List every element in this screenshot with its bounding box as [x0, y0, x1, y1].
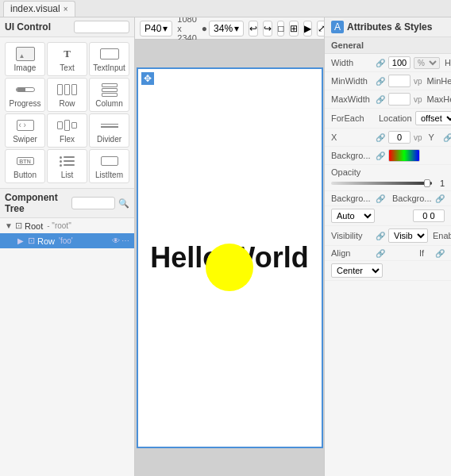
undo-icon: ↩	[249, 23, 257, 34]
if-link-icon[interactable]: 🔗	[435, 249, 445, 258]
opacity-label: Opacity	[331, 167, 445, 177]
grid-button[interactable]: ⊞	[289, 21, 299, 36]
ui-item-row[interactable]: Row	[47, 78, 87, 112]
left-panel: UI Control Image T Text	[0, 17, 135, 476]
tab-close-button[interactable]: ×	[64, 5, 68, 13]
redo-icon: ↪	[264, 23, 272, 34]
row-expand-icon[interactable]: ▶	[17, 236, 25, 245]
width-unit-select[interactable]: %vppx	[414, 57, 440, 69]
ui-item-button[interactable]: BTN Button	[5, 149, 45, 183]
canvas-size: 1080 x 2340	[177, 17, 196, 43]
color-gradient-swatch[interactable]	[388, 149, 420, 162]
foreach-label: ForEach	[331, 113, 372, 123]
backgro3-link-icon[interactable]: 🔗	[435, 194, 445, 203]
ui-item-list[interactable]: List	[47, 149, 87, 183]
ui-control-search[interactable]	[74, 21, 129, 33]
backgro4-input[interactable]	[413, 209, 445, 222]
width-height-row: Width 🔗 %vppx Height 🔗 %vppx	[325, 54, 451, 72]
tree-item-row[interactable]: ▶ ⊡ Row 'foo' 👁 ⋯	[0, 233, 134, 248]
attributes-icon: A	[331, 21, 344, 33]
ui-control-header: UI Control	[0, 17, 134, 37]
x-label: X	[331, 132, 372, 142]
right-panel: A Attributes & Styles General Width 🔗 %v…	[324, 17, 451, 476]
image-shape	[16, 47, 35, 61]
align-select[interactable]: CenterStartEnd	[331, 263, 383, 278]
maxwidth-input[interactable]	[388, 93, 411, 106]
root-expand-icon[interactable]: ▼	[5, 221, 13, 230]
tree-action-more[interactable]: ⋯	[121, 236, 129, 245]
visibility-link-icon[interactable]: 🔗	[376, 232, 385, 240]
grid-icon: ⊞	[290, 23, 298, 34]
component-tree-area: ▼ ⊡ Root - "root" ▶ ⊡ Row 'foo' 👁 ⋯	[0, 218, 134, 476]
width-link-icon[interactable]: 🔗	[376, 59, 385, 67]
minwidth-link-icon[interactable]: 🔗	[376, 77, 385, 86]
visibility-enabled-row: Visibility 🔗 VisibleHidden Enabled 🔗 tru…	[325, 226, 451, 246]
zoom-chevron-icon: ▾	[234, 23, 239, 34]
xy-row: X 🔗 vp Y 🔗 vp	[325, 129, 451, 147]
ui-item-divider[interactable]: Divider	[89, 113, 129, 148]
ui-item-swiper-label: Swiper	[13, 135, 37, 144]
ui-item-listitem[interactable]: ListItem	[89, 149, 129, 183]
x-link-icon[interactable]: 🔗	[376, 133, 385, 142]
component-tree-header: Component Tree 🔍	[0, 189, 134, 218]
ui-item-flex[interactable]: Flex	[47, 113, 87, 148]
tree-item-root[interactable]: ▼ ⊡ Root - "root"	[0, 218, 134, 233]
opacity-slider[interactable]	[331, 182, 432, 185]
main-layout: UI Control Image T Text	[0, 17, 451, 476]
ui-item-button-label: Button	[13, 171, 37, 179]
tab-index-visual[interactable]: index.visual ×	[3, 1, 75, 17]
fullscreen-button[interactable]: ⤢	[317, 21, 324, 36]
ui-item-swiper[interactable]: Swiper	[5, 113, 45, 148]
align-link-icon[interactable]: 🔗	[376, 249, 385, 258]
maxwidth-link-icon[interactable]: 🔗	[376, 95, 385, 104]
redo-button[interactable]: ↪	[263, 21, 272, 36]
maxwidth-label: MaxWidth	[331, 94, 372, 104]
frame-icon: □	[278, 23, 283, 34]
minwidth-minheight-row: MinWidth 🔗 vp MinHeight 🔗 vp	[325, 72, 451, 90]
ui-item-progress[interactable]: Progress	[5, 78, 45, 112]
minheight-label: MinHeight	[427, 76, 451, 86]
location-select[interactable]: offsetfixed	[415, 111, 451, 125]
x-input[interactable]	[388, 131, 411, 144]
preview-icon: ▶	[304, 23, 311, 34]
maxwidth-unit: vp	[414, 95, 422, 104]
tree-root-label: Root	[25, 221, 43, 231]
ui-item-image[interactable]: Image	[5, 42, 45, 76]
divider-icon	[98, 117, 121, 133]
width-input[interactable]	[388, 56, 411, 69]
auto-row: Auto	[325, 206, 451, 226]
tab-label: index.visual	[10, 3, 60, 14]
tree-action-eye[interactable]: 👁	[112, 236, 120, 245]
minwidth-input[interactable]	[388, 75, 411, 87]
opacity-value: 1	[435, 178, 445, 188]
component-tree-search[interactable]	[71, 197, 115, 209]
backgro2-row: Backgro... 🔗 Backgro... 🔗	[325, 191, 451, 206]
visibility-select[interactable]: VisibleHidden	[388, 228, 428, 243]
zoom-selector[interactable]: 34% ▾	[209, 21, 244, 36]
frame-button[interactable]: □	[277, 21, 284, 36]
ui-item-divider-label: Divider	[97, 135, 121, 144]
wifi-icon: ●	[202, 23, 207, 34]
y-link-icon[interactable]: 🔗	[443, 133, 451, 142]
align-label: Align	[331, 248, 372, 258]
preview-button[interactable]: ▶	[303, 21, 312, 36]
listitem-icon	[98, 153, 121, 169]
progress-icon	[14, 82, 37, 98]
tree-search-icon: 🔍	[118, 198, 129, 209]
backgro-link-icon[interactable]: 🔗	[376, 152, 385, 160]
ui-item-column[interactable]: Column	[89, 78, 129, 112]
ui-item-textinput-label: TextInput	[93, 63, 125, 72]
undo-button[interactable]: ↩	[249, 21, 258, 36]
ui-item-textinput[interactable]: TextInput	[89, 42, 129, 76]
device-selector[interactable]: P40 ▾	[140, 21, 172, 36]
tab-bar: index.visual ×	[0, 0, 451, 17]
canvas-viewport[interactable]: ✥ Hello World	[135, 40, 324, 476]
list-icon	[56, 153, 79, 169]
column-icon	[98, 82, 121, 98]
ui-item-text[interactable]: T Text	[47, 42, 87, 76]
backgro2-link-icon[interactable]: 🔗	[376, 194, 385, 203]
auto-select[interactable]: Auto	[331, 209, 375, 223]
device-chevron-icon: ▾	[163, 23, 168, 34]
opacity-slider-thumb	[424, 179, 430, 187]
root-node-icon: ⊡	[15, 221, 22, 231]
